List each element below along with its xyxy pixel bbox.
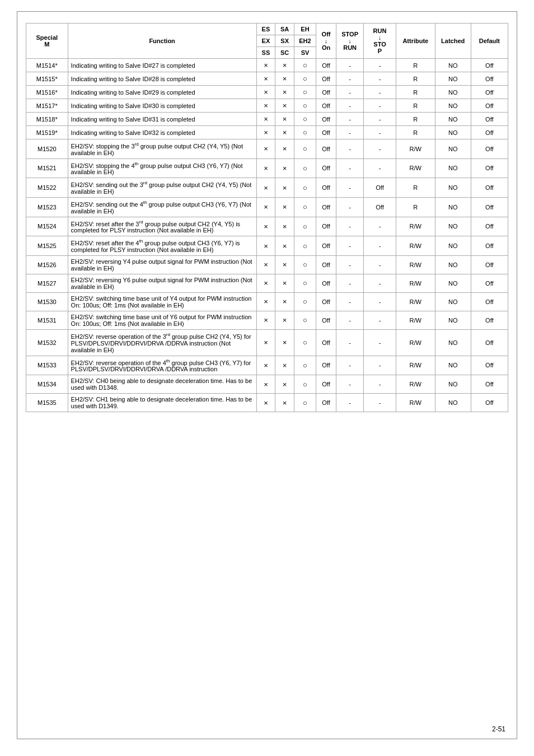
header-eh2: EH2	[294, 35, 316, 47]
cell-off: Off	[316, 86, 336, 99]
table-row: M1532EH2/SV: reverse operation of the 3r…	[26, 329, 508, 356]
cell-function: EH2/SV: reversing Y4 pulse output signal…	[68, 255, 256, 274]
cell-function: EH2/SV: switching time base unit of Y6 o…	[68, 311, 256, 329]
cell-default: Off	[471, 178, 508, 198]
cell-attribute: R/W	[396, 329, 435, 356]
cell-default: Off	[471, 72, 508, 86]
cell-function: EH2/SV: sending out the 4th group pulse …	[68, 197, 256, 217]
cell-default: Off	[471, 236, 508, 256]
cell-special-m: M1527	[26, 274, 68, 292]
cell-attribute: R	[396, 59, 435, 72]
cell-sa: ×	[275, 329, 294, 356]
cell-stop: -	[336, 197, 364, 217]
cell-stop: -	[336, 236, 364, 256]
cell-special-m: M1530	[26, 292, 68, 311]
cell-default: Off	[471, 375, 508, 394]
table-row: M1522EH2/SV: sending out the 3rd group p…	[26, 178, 508, 198]
cell-eh: ○	[294, 236, 316, 256]
cell-default: Off	[471, 126, 508, 139]
cell-function: EH2/SV: reset after the 3rd group pulse …	[68, 217, 256, 236]
cell-sa: ×	[275, 356, 294, 375]
cell-function: EH2/SV: sending out the 3rd group pulse …	[68, 178, 256, 198]
cell-eh: ○	[294, 72, 316, 86]
cell-default: Off	[471, 329, 508, 356]
cell-eh: ○	[294, 311, 316, 329]
table-row: M1535EH2/SV: CH1 being able to designate…	[26, 394, 508, 412]
table-row: M1519*Indicating writing to Salve ID#32 …	[26, 126, 508, 139]
cell-latched: NO	[435, 113, 471, 126]
cell-run: -	[364, 72, 396, 86]
cell-function: Indicating writing to Salve ID#28 is com…	[68, 72, 256, 86]
cell-run: -	[364, 292, 396, 311]
cell-default: Off	[471, 86, 508, 99]
cell-default: Off	[471, 356, 508, 375]
cell-function: Indicating writing to Salve ID#32 is com…	[68, 126, 256, 139]
cell-stop: -	[336, 113, 364, 126]
table-row: M1521EH2/SV: stopping the 4th group puls…	[26, 158, 508, 178]
cell-default: Off	[471, 292, 508, 311]
cell-stop: -	[336, 217, 364, 236]
cell-special-m: M1519*	[26, 126, 68, 139]
page-border: SpecialM Function ES SA EH Off↓On STOP↓R…	[17, 11, 517, 739]
header-es: ES	[256, 24, 275, 35]
cell-stop: -	[336, 158, 364, 178]
cell-special-m: M1515*	[26, 72, 68, 86]
table-row: M1526EH2/SV: reversing Y4 pulse output s…	[26, 255, 508, 274]
cell-es: ×	[256, 217, 275, 236]
cell-default: Off	[471, 217, 508, 236]
cell-eh: ○	[294, 158, 316, 178]
cell-off: Off	[316, 329, 336, 356]
cell-attribute: R	[396, 113, 435, 126]
table-row: M1518*Indicating writing to Salve ID#31 …	[26, 113, 508, 126]
cell-special-m: M1518*	[26, 113, 68, 126]
cell-stop: -	[336, 329, 364, 356]
cell-function: EH2/SV: reverse operation of the 3rd gro…	[68, 329, 256, 356]
cell-run: -	[364, 86, 396, 99]
cell-stop: -	[336, 255, 364, 274]
cell-run: -	[364, 59, 396, 72]
cell-function: EH2/SV: stopping the 3rd group pulse out…	[68, 139, 256, 159]
cell-attribute: R	[396, 99, 435, 113]
table-row: M1531EH2/SV: switching time base unit of…	[26, 311, 508, 329]
cell-latched: NO	[435, 292, 471, 311]
table-row: M1534EH2/SV: CH0 being able to designate…	[26, 375, 508, 394]
cell-eh: ○	[294, 126, 316, 139]
header-eh: EH	[294, 24, 316, 35]
cell-special-m: M1522	[26, 178, 68, 198]
cell-latched: NO	[435, 356, 471, 375]
cell-run: -	[364, 139, 396, 159]
cell-latched: NO	[435, 217, 471, 236]
cell-eh: ○	[294, 113, 316, 126]
cell-off: Off	[316, 158, 336, 178]
cell-off: Off	[316, 197, 336, 217]
header-sx: SX	[275, 35, 294, 47]
cell-sa: ×	[275, 197, 294, 217]
cell-attribute: R/W	[396, 217, 435, 236]
cell-function: EH2/SV: reverse operation of the 4th gro…	[68, 356, 256, 375]
header-sa: SA	[275, 24, 294, 35]
page-number: 2-51	[492, 725, 505, 733]
cell-latched: NO	[435, 86, 471, 99]
cell-latched: NO	[435, 236, 471, 256]
cell-eh: ○	[294, 197, 316, 217]
cell-off: Off	[316, 59, 336, 72]
cell-eh: ○	[294, 394, 316, 412]
cell-off: Off	[316, 126, 336, 139]
cell-off: Off	[316, 311, 336, 329]
cell-run: -	[364, 113, 396, 126]
cell-sa: ×	[275, 126, 294, 139]
cell-off: Off	[316, 72, 336, 86]
cell-run: -	[364, 329, 396, 356]
header-run-stop: RUN↓STOP	[364, 24, 396, 59]
cell-es: ×	[256, 292, 275, 311]
cell-off: Off	[316, 394, 336, 412]
cell-es: ×	[256, 86, 275, 99]
cell-es: ×	[256, 197, 275, 217]
cell-eh: ○	[294, 99, 316, 113]
cell-special-m: M1520	[26, 139, 68, 159]
cell-es: ×	[256, 113, 275, 126]
cell-es: ×	[256, 274, 275, 292]
cell-es: ×	[256, 59, 275, 72]
header-ex: EX	[256, 35, 275, 47]
cell-latched: NO	[435, 139, 471, 159]
